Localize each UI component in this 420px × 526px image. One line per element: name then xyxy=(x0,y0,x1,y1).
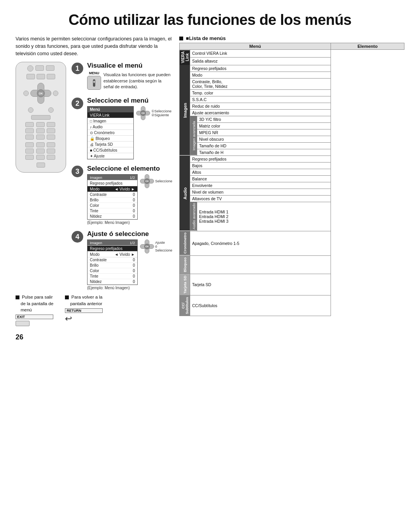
remote-side-btn-left xyxy=(23,91,29,96)
step-4-label-2: ó xyxy=(155,245,172,248)
steps-area: 1 Visualice el menú MENU Visual xyxy=(72,62,172,290)
table-row: VIERALink Control VIERA Link xyxy=(180,50,404,58)
item-contraste-brillo: Contraste, Brillo,Color, Tinte, Nitidez xyxy=(190,78,331,89)
return-icon: ↩ xyxy=(65,314,102,324)
page-number: 26 xyxy=(16,333,172,341)
remote-btn-rect-4 xyxy=(37,74,45,79)
list-title: ■Lista de menús xyxy=(179,35,404,41)
item-3dyc: 3D Y/C filtro xyxy=(197,116,331,122)
item-altos: Altos xyxy=(190,169,331,175)
item-temp: Temp. color xyxy=(190,89,331,96)
right-column: ■Lista de menús Menú Elemento VIERALink … xyxy=(179,35,404,316)
step-4-label-3: Seleccione xyxy=(155,248,172,252)
item-nivel-obscuro: Nivel obscuro xyxy=(197,136,331,142)
page-title: Cómo utilizar las funciones de los menús xyxy=(16,12,404,28)
step-3-menu: Imagen1/2 Regreso prefijados Modo◄ Vivid… xyxy=(87,174,138,220)
step-3-caption: (Ejemplo: Menú Imagen) xyxy=(87,220,172,225)
item-reduc: Reduc de ruido xyxy=(190,103,331,109)
cat-cronometro: Cronómetro xyxy=(180,231,190,255)
note-return: Para volver a la pantalla anterior RETUR… xyxy=(65,294,102,323)
note-return-text: Para volver a la pantalla anterior xyxy=(65,294,102,306)
remote-btn-grid-2 xyxy=(25,142,56,160)
remote-btn-rect-1 xyxy=(35,65,44,71)
table-row: S.S.A.C xyxy=(180,96,404,103)
step-2-ok-btn: OK xyxy=(136,106,150,120)
cat-imagen: Imagen xyxy=(180,65,190,156)
item-tamano-hd: Tamaño de HD xyxy=(197,142,331,149)
step-number-3: 3 xyxy=(72,166,83,177)
table-row: Imagen avanzada 3D Y/C filtro xyxy=(180,116,404,122)
cat-audio: Audio xyxy=(180,156,190,231)
note-exit-text: Pulse para salir de la pantalla de menú xyxy=(16,294,53,313)
step-4-label-1: Ajuste xyxy=(155,241,172,245)
table-row: Ajuste acercamiento xyxy=(180,109,404,116)
sub-cat-audio-avanzado: Audio avanzado xyxy=(190,202,197,231)
table-row: Temp. color xyxy=(180,89,404,96)
step-2-title: Seleccione el menú xyxy=(87,97,172,105)
item-bloqueo xyxy=(190,256,331,274)
exit-label: EXIT xyxy=(16,315,53,319)
table-row: Altavoces de TV xyxy=(180,195,404,202)
remote-btn-grid-1 xyxy=(25,122,56,140)
step-3-content: Seleccione el elemento Imagen1/2 Regreso… xyxy=(87,165,172,225)
remote-btn-rect-5 xyxy=(47,74,55,79)
cat-bloqueo: Bloqueo xyxy=(180,256,190,274)
item-tamano-h: Tamaño de H xyxy=(197,149,331,156)
note-exit: Pulse para salir de la pantalla de menú … xyxy=(16,294,53,326)
table-row: Cronómetro Apagado, Cronómetro 1-5 xyxy=(180,231,404,255)
item-hdmi: Entrada HDMI 1Entrada HDMI 2Entrada HDMI… xyxy=(197,202,331,231)
remote-btn-circle-1 xyxy=(27,65,33,72)
item-cell: Salida altavoz xyxy=(190,57,331,65)
table-row: Tamaño de HD xyxy=(180,142,404,149)
table-row: MPEG NR xyxy=(180,129,404,136)
table-row: Envolvente xyxy=(180,182,404,189)
step-2-menu: Menú VIERA Link □ Imagen ♪ Audio ⊙ Cronó… xyxy=(87,106,134,159)
step-4-caption: (Ejemplo: Menú Imagen) xyxy=(87,286,172,290)
step-1-desc: Visualiza las funciones que pueden estab… xyxy=(103,72,172,90)
table-row: Altos xyxy=(180,169,404,175)
menu-button-icon xyxy=(87,76,101,90)
item-regreso: Regreso prefijados xyxy=(190,65,331,72)
item-matriz: Matriz color xyxy=(197,122,331,129)
remote-btn-rect-2 xyxy=(46,65,54,71)
table-row: Balance xyxy=(180,175,404,182)
item-cronometro: Apagado, Cronómetro 1-5 xyxy=(190,231,331,255)
item-nivel-volumen: Nivel de volumen xyxy=(190,189,331,195)
left-column: Varios menús le permiten seleccionar con… xyxy=(16,35,172,341)
step-2-label-2: ②Siguiente xyxy=(151,113,172,117)
item-tarjeta-sd: Tarjeta SD xyxy=(190,274,331,295)
table-row: Imagen Regreso prefijados xyxy=(180,65,404,72)
table-row: Bloqueo xyxy=(180,256,404,274)
table-row: CC/Subtítulos CC/Subtítulos xyxy=(180,295,404,316)
table-row: Audio avanzado Entrada HDMI 1Entrada HDM… xyxy=(180,202,404,231)
remote-dpad: OK xyxy=(30,83,51,104)
step-number-4: 4 xyxy=(72,231,83,243)
table-row: Salida altavoz xyxy=(180,57,404,65)
step-4-ok-btn: OK xyxy=(140,239,154,253)
step-2-label-1: ①Seleccione xyxy=(151,109,172,113)
step-4-title: Ajuste ó seleccione xyxy=(87,230,172,238)
table-row: Nivel obscuro xyxy=(180,136,404,142)
step-number-2: 2 xyxy=(72,98,83,109)
table-row: Audio Regreso prefijados xyxy=(180,156,404,162)
cat-viera: VIERALink xyxy=(180,50,190,65)
intro-text: Varios menús le permiten seleccionar con… xyxy=(16,35,172,57)
step-4-menu: Imagen1/2 Regreso prefijados Modo◄ Vivid… xyxy=(87,239,138,285)
remote-exit-btn xyxy=(37,163,45,168)
remote-btn-side-1 xyxy=(28,107,33,113)
table-row: Bajos xyxy=(180,162,404,169)
menu-table: Menú Elemento VIERALink Control VIERA Li… xyxy=(179,43,404,316)
bottom-notes: Pulse para salir de la pantalla de menú … xyxy=(16,294,172,326)
remote-btn-side-2 xyxy=(48,107,54,113)
table-row: Reduc de ruido xyxy=(180,103,404,109)
remote-control: OK xyxy=(16,62,66,173)
table-row: Tarjeta SD Tarjeta SD xyxy=(180,274,404,295)
remote-side-btn-right xyxy=(53,91,58,96)
menu-btn-label: MENU xyxy=(87,71,101,75)
item-cell: Control VIERA Link xyxy=(190,50,331,58)
step-4: 4 Ajuste ó seleccione Imagen1/2 Regreso … xyxy=(72,230,172,290)
step-3: 3 Seleccione el elemento Imagen1/2 Regre… xyxy=(72,165,172,225)
step-3-title: Seleccione el elemento xyxy=(87,165,172,173)
item-altavoces-tv: Altavoces de TV xyxy=(190,195,331,202)
step-1-title: Visualice el menú xyxy=(87,62,172,70)
